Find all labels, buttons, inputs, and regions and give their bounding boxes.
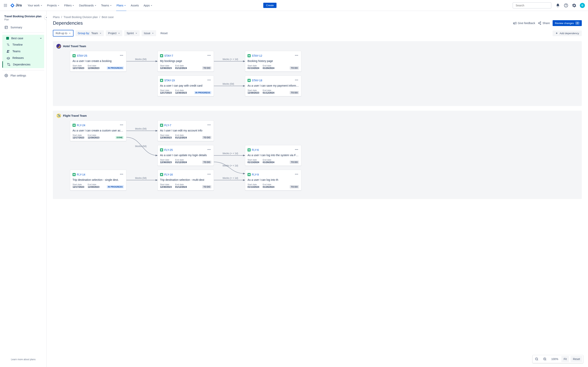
give-feedback-button[interactable]: Give feedback: [513, 21, 535, 25]
dependency-card[interactable]: FLY-6 As a user I can log into the syste…: [245, 145, 301, 166]
issue-key-link[interactable]: FLY-24: [77, 124, 85, 127]
search-input[interactable]: [516, 4, 550, 7]
create-button[interactable]: Create: [263, 3, 277, 8]
project-filter[interactable]: Project: [106, 30, 122, 36]
dependency-card[interactable]: FLY-24 As a user I can create a custom u…: [70, 120, 126, 141]
groupby-filter[interactable]: Group by: Team: [76, 30, 104, 36]
story-icon: [160, 54, 163, 57]
issue-key-link[interactable]: FLY-16: [164, 173, 173, 176]
zoom-in-button[interactable]: [541, 356, 549, 362]
app-switcher-icon[interactable]: [3, 3, 8, 8]
issue-key-link[interactable]: STAY-12: [252, 54, 262, 57]
more-icon[interactable]: [207, 123, 211, 128]
dependency-card[interactable]: STAY-18 As a user I can save my payment …: [245, 75, 301, 96]
more-icon[interactable]: [207, 53, 211, 58]
more-icon[interactable]: [294, 78, 299, 83]
sidebar-scenario-bestcase[interactable]: Best case: [2, 35, 44, 41]
search-input-container[interactable]: [512, 2, 552, 8]
svg-point-47: [121, 125, 122, 125]
review-changes-button[interactable]: Review changes 2: [553, 20, 582, 26]
user-avatar[interactable]: G: [580, 3, 585, 8]
issue-key-link[interactable]: STAY-7: [164, 54, 173, 57]
breadcrumb-link[interactable]: Travel Booking Division plan: [64, 16, 98, 19]
issue-key-link[interactable]: STAY-19: [164, 79, 175, 82]
sidebar-label: Summary: [10, 26, 22, 29]
sidebar-item-timeline[interactable]: Timeline: [2, 41, 44, 48]
zoom-fit-button[interactable]: Fit: [561, 356, 569, 362]
issue-key-link[interactable]: FLY-7: [164, 124, 171, 127]
issue-key-link[interactable]: FLY-25: [164, 148, 173, 151]
issue-key-link[interactable]: STAY-25: [77, 54, 87, 57]
svg-point-20: [9, 50, 9, 51]
svg-line-68: [537, 360, 538, 360]
sidebar-item-teams[interactable]: Teams: [2, 48, 44, 55]
svg-point-22: [9, 65, 10, 66]
issue-key-link[interactable]: FLY-9: [252, 173, 259, 176]
reset-filter-button[interactable]: Reset: [158, 30, 170, 36]
sidebar-item-summary[interactable]: Summary: [2, 24, 44, 31]
issue-filter[interactable]: Issue: [142, 30, 156, 36]
zoom-out-button[interactable]: [533, 356, 541, 362]
chevron-down-icon: [110, 4, 112, 6]
issue-key-link[interactable]: FLY-14: [77, 173, 85, 176]
status-badge: TO DO: [202, 185, 211, 188]
share-button[interactable]: Share: [538, 21, 550, 25]
sidebar-item-plan-settings[interactable]: Plan settings: [2, 72, 44, 79]
add-dependency-button[interactable]: Add dependency: [553, 31, 582, 36]
team-avatar: ✈️: [56, 113, 61, 118]
rollup-filter[interactable]: Roll-up to: [53, 30, 73, 36]
dependency-card[interactable]: STAY-7 My bookings page Start date12/30/…: [157, 51, 214, 72]
help-icon[interactable]: [563, 3, 569, 8]
more-icon[interactable]: [207, 78, 211, 83]
zoom-reset-button[interactable]: Reset: [571, 356, 582, 362]
dependency-card[interactable]: STAY-19 As a user I can pay with credit …: [157, 75, 214, 96]
status-badge: TO DO: [290, 161, 299, 164]
nav-item-teams[interactable]: Teams: [99, 3, 114, 8]
svg-point-49: [208, 125, 208, 125]
logo-text: Jira: [16, 3, 22, 7]
more-icon[interactable]: [294, 147, 299, 152]
nav-item-plans[interactable]: Plans: [114, 3, 128, 8]
nav-item-apps[interactable]: Apps: [142, 3, 154, 8]
jira-logo[interactable]: Jira: [10, 3, 22, 8]
card-title: As a user I can create a booking: [72, 59, 124, 63]
more-icon[interactable]: [119, 172, 124, 177]
more-icon[interactable]: [119, 53, 124, 58]
notifications-icon[interactable]: [555, 3, 560, 8]
dependency-card[interactable]: FLY-16 Trip destination selection - mult…: [157, 170, 214, 191]
team-group: ✈️Flight Travel Team FLY-24 As a user I …: [53, 111, 582, 199]
issue-key-link[interactable]: STAY-18: [252, 79, 262, 82]
breadcrumb-link[interactable]: Best case: [102, 16, 113, 19]
sidebar-item-dependencies[interactable]: Dependencies: [2, 61, 44, 68]
nav-item-filters[interactable]: Filters: [62, 3, 76, 8]
sprint-filter[interactable]: Sprint: [124, 30, 140, 36]
dependency-card[interactable]: FLY-9 As a user I can log into th Start …: [245, 170, 301, 191]
card-title: As I user I can edit my account info: [160, 129, 211, 132]
story-icon: [72, 54, 76, 57]
dependency-card[interactable]: STAY-12 Booking history page Start date0…: [245, 51, 301, 72]
more-icon[interactable]: [207, 147, 211, 152]
svg-point-3: [4, 5, 5, 6]
nav-item-your-work[interactable]: Your work: [26, 3, 44, 8]
more-icon[interactable]: [294, 172, 299, 177]
nav-item-dashboards[interactable]: Dashboards: [77, 3, 98, 8]
sidebar-item-releases[interactable]: Releases: [2, 55, 44, 61]
card-title: Trip destination selection - single dest…: [72, 178, 124, 181]
svg-point-5: [6, 5, 7, 6]
svg-point-24: [540, 22, 541, 23]
svg-point-44: [296, 80, 297, 80]
dependency-card[interactable]: FLY-25 As a user I can update my login d…: [157, 145, 214, 166]
nav-item-projects[interactable]: Projects: [45, 3, 62, 8]
zoom-value: 100%: [549, 356, 561, 362]
more-icon[interactable]: [207, 172, 211, 177]
issue-key-link[interactable]: FLY-6: [252, 148, 259, 151]
sidebar-footer-link[interactable]: Learn more about plans: [2, 356, 44, 363]
more-icon[interactable]: [294, 53, 299, 58]
breadcrumb-link[interactable]: Plans: [53, 16, 60, 19]
more-icon[interactable]: [119, 123, 124, 128]
settings-icon[interactable]: [572, 3, 577, 8]
dependency-card[interactable]: STAY-25 As a user I can create a booking…: [70, 51, 126, 72]
dependency-card[interactable]: FLY-14 Trip destination selection - sing…: [70, 170, 126, 191]
dependency-card[interactable]: FLY-7 As I user I can edit my account in…: [157, 120, 214, 141]
nav-item-assets[interactable]: Assets: [129, 3, 141, 8]
